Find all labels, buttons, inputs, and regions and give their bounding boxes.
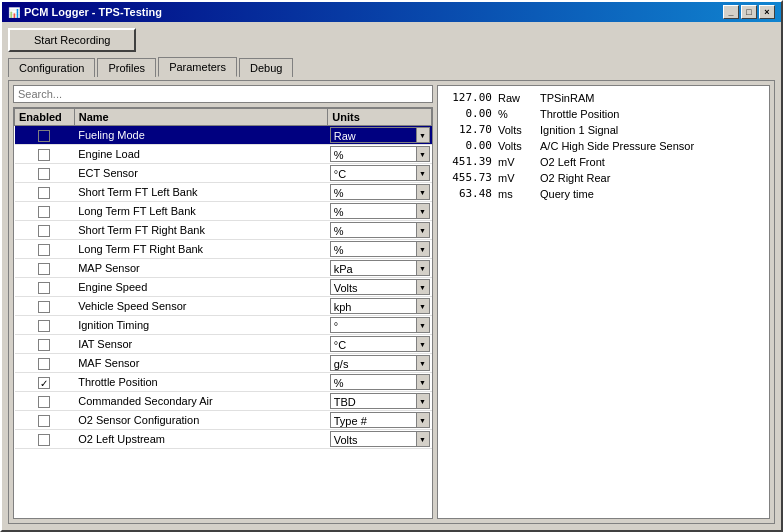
row-name: Short Term FT Left Bank	[74, 183, 328, 202]
unit-dropdown-button[interactable]: ▼	[416, 393, 430, 409]
tab-debug[interactable]: Debug	[239, 58, 293, 77]
table-row[interactable]: ✓Throttle Position%▼	[15, 373, 432, 392]
row-units: Volts▼	[328, 278, 432, 297]
live-unit: Raw	[498, 90, 534, 106]
enabled-checkbox[interactable]	[38, 396, 50, 408]
table-row[interactable]: Long Term FT Left Bank%▼	[15, 202, 432, 221]
row-name: Long Term FT Right Bank	[74, 240, 328, 259]
unit-dropdown-button[interactable]: ▼	[416, 298, 430, 314]
row-name: Ignition Timing	[74, 316, 328, 335]
table-row[interactable]: Engine Load%▼	[15, 145, 432, 164]
tab-configuration[interactable]: Configuration	[8, 58, 95, 77]
enabled-checkbox[interactable]	[38, 434, 50, 446]
enabled-checkbox[interactable]	[38, 301, 50, 313]
unit-dropdown-button[interactable]: ▼	[416, 222, 430, 238]
table-row[interactable]: Fueling ModeRaw▼	[15, 126, 432, 145]
unit-dropdown-button[interactable]: ▼	[416, 279, 430, 295]
maximize-button[interactable]: □	[741, 5, 757, 19]
unit-dropdown-button[interactable]: ▼	[416, 241, 430, 257]
enabled-checkbox[interactable]	[38, 206, 50, 218]
live-value: 0.00	[444, 138, 492, 154]
table-row[interactable]: Vehicle Speed Sensorkph▼	[15, 297, 432, 316]
row-name: Engine Load	[74, 145, 328, 164]
unit-dropdown-button[interactable]: ▼	[416, 355, 430, 371]
unit-value: °	[330, 317, 416, 333]
unit-dropdown-button[interactable]: ▼	[416, 203, 430, 219]
table-row[interactable]: IAT Sensor°C▼	[15, 335, 432, 354]
row-units: %▼	[328, 145, 432, 164]
unit-dropdown-button[interactable]: ▼	[416, 146, 430, 162]
live-value: 0.00	[444, 106, 492, 122]
live-data-row: 455.73mVO2 Right Rear	[444, 170, 763, 186]
enabled-checkbox[interactable]	[38, 168, 50, 180]
row-units: %▼	[328, 240, 432, 259]
unit-dropdown-button[interactable]: ▼	[416, 165, 430, 181]
table-row[interactable]: Short Term FT Left Bank%▼	[15, 183, 432, 202]
unit-dropdown-button[interactable]: ▼	[416, 431, 430, 447]
start-recording-button[interactable]: Start Recording	[8, 28, 136, 52]
table-row[interactable]: Commanded Secondary AirTBD▼	[15, 392, 432, 411]
row-units: %▼	[328, 373, 432, 392]
unit-dropdown-button[interactable]: ▼	[416, 374, 430, 390]
row-name: ECT Sensor	[74, 164, 328, 183]
enabled-checkbox[interactable]	[38, 244, 50, 256]
row-units: Raw▼	[328, 126, 432, 145]
unit-dropdown-button[interactable]: ▼	[416, 260, 430, 276]
live-unit: Volts	[498, 122, 534, 138]
row-name: Short Term FT Right Bank	[74, 221, 328, 240]
unit-value: Volts	[330, 279, 416, 295]
table-row[interactable]: Long Term FT Right Bank%▼	[15, 240, 432, 259]
enabled-checkbox[interactable]	[38, 225, 50, 237]
row-units: Volts▼	[328, 430, 432, 449]
table-row[interactable]: O2 Sensor ConfigurationType #▼	[15, 411, 432, 430]
unit-dropdown-button[interactable]: ▼	[416, 127, 430, 143]
live-value: 12.70	[444, 122, 492, 138]
unit-value: %	[330, 184, 416, 200]
live-data-row: 0.00VoltsA/C High Side Pressure Sensor	[444, 138, 763, 154]
enabled-checkbox[interactable]	[38, 320, 50, 332]
table-row[interactable]: MAF Sensorg/s▼	[15, 354, 432, 373]
unit-dropdown-button[interactable]: ▼	[416, 184, 430, 200]
table-row[interactable]: MAP SensorkPa▼	[15, 259, 432, 278]
tab-profiles[interactable]: Profiles	[97, 58, 156, 77]
unit-value: g/s	[330, 355, 416, 371]
window-content: Start Recording Configuration Profiles P…	[2, 22, 781, 530]
unit-value: TBD	[330, 393, 416, 409]
row-name: Commanded Secondary Air	[74, 392, 328, 411]
parameters-table-container: Enabled Name Units Fueling ModeRaw▼Engin…	[13, 107, 433, 519]
live-value: 63.48	[444, 186, 492, 202]
enabled-checkbox[interactable]	[38, 282, 50, 294]
live-data-row: 0.00%Throttle Position	[444, 106, 763, 122]
unit-dropdown-button[interactable]: ▼	[416, 317, 430, 333]
enabled-checkbox[interactable]	[38, 358, 50, 370]
unit-value: %	[330, 146, 416, 162]
row-name: O2 Sensor Configuration	[74, 411, 328, 430]
unit-dropdown-button[interactable]: ▼	[416, 412, 430, 428]
unit-dropdown-button[interactable]: ▼	[416, 336, 430, 352]
col-header-units: Units	[328, 109, 432, 126]
table-row[interactable]: Short Term FT Right Bank%▼	[15, 221, 432, 240]
enabled-checkbox[interactable]	[38, 130, 50, 142]
enabled-checkbox[interactable]	[38, 263, 50, 275]
row-name: Long Term FT Left Bank	[74, 202, 328, 221]
table-row[interactable]: Engine SpeedVolts▼	[15, 278, 432, 297]
enabled-checkbox[interactable]: ✓	[38, 377, 50, 389]
title-bar-buttons: _ □ ×	[723, 5, 775, 19]
live-description: A/C High Side Pressure Sensor	[540, 138, 694, 154]
minimize-button[interactable]: _	[723, 5, 739, 19]
table-row[interactable]: Ignition Timing°▼	[15, 316, 432, 335]
live-data-row: 12.70VoltsIgnition 1 Signal	[444, 122, 763, 138]
table-row[interactable]: O2 Left UpstreamVolts▼	[15, 430, 432, 449]
enabled-checkbox[interactable]	[38, 339, 50, 351]
enabled-checkbox[interactable]	[38, 415, 50, 427]
main-area: Enabled Name Units Fueling ModeRaw▼Engin…	[13, 85, 770, 519]
search-input[interactable]	[13, 85, 433, 103]
row-units: kPa▼	[328, 259, 432, 278]
unit-value: Volts	[330, 431, 416, 447]
enabled-checkbox[interactable]	[38, 149, 50, 161]
table-row[interactable]: ECT Sensor°C▼	[15, 164, 432, 183]
close-button[interactable]: ×	[759, 5, 775, 19]
tab-parameters[interactable]: Parameters	[158, 57, 237, 77]
enabled-checkbox[interactable]	[38, 187, 50, 199]
row-units: TBD▼	[328, 392, 432, 411]
